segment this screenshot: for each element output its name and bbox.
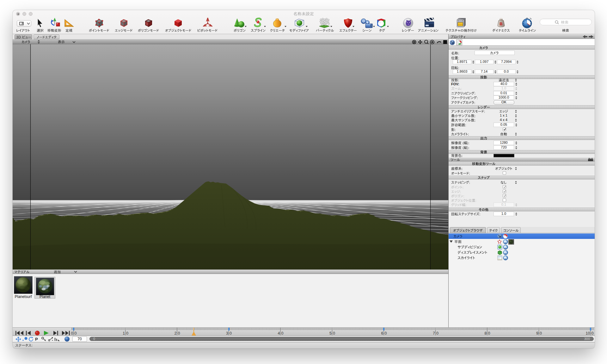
- svg-text:0: 0: [75, 331, 77, 336]
- svg-text:5: 5: [329, 331, 332, 336]
- svg-text:1: 1: [123, 331, 125, 336]
- svg-text:0: 0: [178, 331, 180, 336]
- svg-text:0: 0: [592, 331, 594, 336]
- svg-text:6: 6: [381, 331, 383, 336]
- svg-text:8: 8: [485, 331, 487, 336]
- svg-text:2: 2: [175, 331, 177, 336]
- svg-text:B: B: [500, 21, 502, 26]
- svg-text:0: 0: [436, 331, 438, 336]
- svg-text:3: 3: [226, 331, 228, 336]
- svg-text:0: 0: [71, 331, 73, 336]
- svg-text:0: 0: [385, 331, 387, 336]
- svg-text:0: 0: [540, 331, 542, 336]
- svg-text:10: 10: [586, 331, 590, 336]
- svg-text:0: 0: [281, 331, 284, 336]
- svg-text:7: 7: [433, 331, 435, 336]
- svg-text:0: 0: [126, 331, 128, 336]
- svg-text:0: 0: [488, 331, 490, 336]
- svg-text:0: 0: [333, 331, 335, 336]
- svg-text:4: 4: [278, 331, 280, 336]
- svg-text:9: 9: [536, 331, 538, 336]
- svg-text:0: 0: [230, 331, 232, 336]
